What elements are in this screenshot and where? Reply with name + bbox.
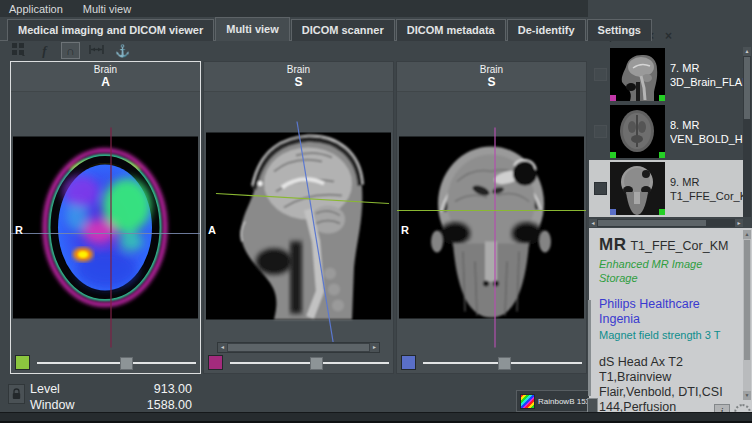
coronal-thumbnail-image (610, 162, 665, 215)
scrollbar-handle[interactable] (598, 220, 706, 226)
intersection-button[interactable]: ∩ (61, 42, 80, 59)
sagittal-brain-image (204, 91, 393, 353)
series-marker-right (659, 95, 665, 101)
series-label: 9. MR T1_FFE_Cor_KM (670, 175, 743, 203)
viewport-header: Brain S (397, 62, 586, 92)
series-name-label: T1_FFE_Cor_KM (630, 239, 728, 253)
tab-dicom-scanner[interactable]: DICOM scanner (291, 19, 395, 41)
scroll-left-icon[interactable]: ◄ (589, 219, 597, 227)
series-color-marker (208, 355, 223, 370)
layout-grid-button[interactable] (9, 42, 28, 59)
scrollbar-handle[interactable] (744, 57, 750, 119)
tab-medical-imaging-viewer[interactable]: Medical imaging and DICOM viewer (7, 19, 214, 41)
viewport-axial[interactable]: Brain A (10, 61, 201, 374)
series-name: 3D_Brain_FLAIR (670, 75, 743, 89)
menu-application[interactable]: Application (9, 3, 63, 15)
series-color-marker (15, 355, 30, 370)
series-sidebar: × × (588, 0, 752, 423)
series-list-vertical-scrollbar[interactable]: ▲ (743, 47, 751, 217)
viewport-image-area[interactable]: A (204, 91, 393, 353)
series-item-8[interactable]: 8. MR VEN_BOLD_HR (589, 103, 743, 160)
tab-de-identify[interactable]: De-identify (507, 19, 586, 41)
slider-track[interactable] (37, 362, 196, 364)
series-checkbox[interactable] (594, 68, 607, 81)
series-marker-right (659, 152, 665, 158)
menu-multi-view[interactable]: Multi view (83, 3, 131, 15)
viewport-sagittal[interactable]: Brain S (203, 61, 394, 374)
viewport-coronal[interactable]: Brain S (396, 61, 587, 374)
slice-slider[interactable] (401, 355, 582, 370)
slider-track[interactable] (423, 362, 582, 364)
series-number: 7. MR (670, 61, 743, 75)
slider-handle[interactable] (498, 357, 511, 370)
slider-handle[interactable] (120, 357, 133, 370)
series-marker-left (610, 209, 616, 215)
anchor-icon: ⚓ (115, 45, 130, 57)
slider-track[interactable] (230, 362, 389, 364)
measure-button[interactable] (87, 42, 106, 59)
viewport-image-area[interactable]: R (11, 91, 200, 353)
colormap-swatch-icon (520, 394, 535, 409)
series-checkbox[interactable] (594, 125, 607, 138)
colormap-dropdown[interactable]: RainbowB 1536 ▾ (516, 390, 593, 412)
function-button[interactable]: f (35, 42, 54, 59)
tab-settings[interactable]: Settings (587, 19, 652, 41)
axial-thumbnail-image (610, 105, 665, 158)
anchor-button[interactable]: ⚓ (113, 42, 132, 59)
series-color-marker (401, 355, 416, 370)
measure-icon (89, 44, 104, 57)
axial-brain-image (11, 91, 200, 353)
scroll-up-icon[interactable]: ▲ (743, 47, 751, 56)
orientation-label-right: R (401, 224, 409, 236)
modality-label: MR (599, 235, 626, 254)
series-item-9[interactable]: 9. MR T1_FFE_Cor_KM (589, 160, 743, 217)
lock-button[interactable] (8, 384, 25, 404)
close-icon: × (665, 30, 672, 42)
sidebar-scrollbar-handle[interactable] (587, 398, 598, 413)
close-all-button[interactable]: × (665, 29, 672, 42)
pan-scrollbar[interactable]: ◄ ► (217, 342, 380, 353)
series-thumbnail[interactable] (610, 105, 665, 158)
series-thumbnail[interactable] (610, 162, 665, 215)
lock-icon (12, 388, 21, 400)
slice-slider[interactable] (15, 355, 196, 370)
scrollbar-handle[interactable] (228, 344, 369, 351)
slice-slider[interactable] (208, 355, 389, 370)
details-vertical-scrollbar[interactable]: ▲ ▼ (743, 230, 751, 400)
viewport-image-area[interactable]: R (397, 91, 586, 353)
series-checkbox[interactable] (594, 182, 607, 195)
level-value: 913.00 (96, 381, 192, 397)
scroll-left-icon[interactable]: ◄ (218, 343, 227, 352)
viewport-header: Brain S (204, 62, 393, 92)
series-details-panel: MRT1_FFE_Cor_KM Enhanced MR Image Storag… (589, 228, 752, 412)
field-strength-label: Magnet field strength 3 T (599, 328, 738, 342)
intersection-icon: ∩ (66, 45, 75, 57)
series-list: 7. MR 3D_Brain_FLAIR (589, 46, 743, 218)
viewer-toolbar: f ∩ ⚓ (9, 42, 132, 59)
level-label: Level (30, 381, 96, 397)
tab-dicom-metadata[interactable]: DICOM metadata (396, 19, 506, 41)
sidebar-splitter-scrollbar[interactable] (588, 300, 591, 396)
function-icon: f (42, 44, 46, 57)
scrollbar-handle[interactable] (744, 240, 750, 360)
series-item-7[interactable]: 7. MR 3D_Brain_FLAIR (589, 46, 743, 103)
viewport-plane-label: A (11, 76, 200, 89)
orientation-label-right: R (15, 224, 23, 236)
series-marker-left (610, 152, 616, 158)
tab-multi-view[interactable]: Multi view (215, 17, 290, 41)
scroll-right-icon[interactable]: ► (735, 219, 743, 227)
window-label: Window (30, 397, 96, 413)
colormap-label: RainbowB 1536 (538, 397, 594, 406)
scroll-up-icon[interactable]: ▲ (743, 230, 751, 239)
series-label: 7. MR 3D_Brain_FLAIR (670, 61, 743, 89)
scrollbar-track[interactable] (597, 219, 735, 227)
series-list-horizontal-scrollbar[interactable]: ◄ ► (589, 219, 743, 227)
scroll-down-icon[interactable]: ▼ (743, 391, 751, 400)
tab-bar: Medical imaging and DICOM viewer Multi v… (0, 18, 752, 41)
slider-handle[interactable] (310, 357, 323, 370)
scrollbar-track[interactable] (227, 343, 370, 352)
scroll-right-icon[interactable]: ► (370, 343, 379, 352)
series-name: VEN_BOLD_HR (670, 132, 743, 146)
series-thumbnail[interactable] (610, 48, 665, 101)
window-bottom-strip (0, 412, 752, 423)
